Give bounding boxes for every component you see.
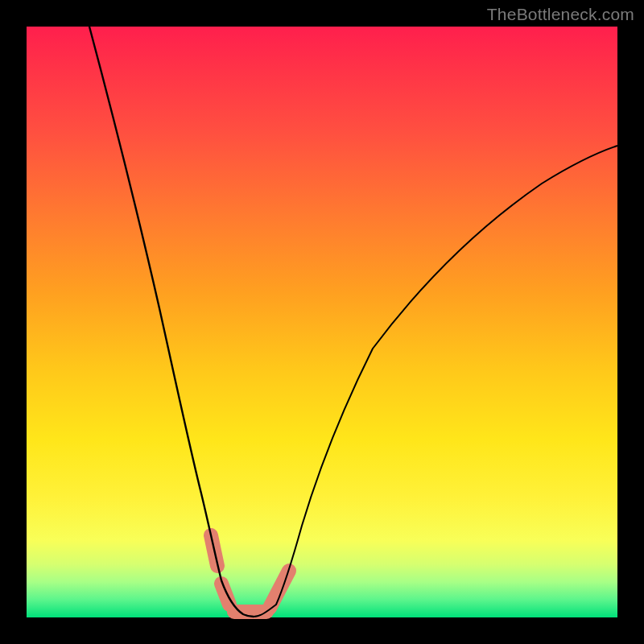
chart-svg	[27, 27, 617, 617]
curve-right-branch	[254, 146, 617, 617]
stage: TheBottleneck.com	[0, 0, 644, 644]
curve-left-branch	[89, 27, 254, 617]
watermark-text: TheBottleneck.com	[487, 5, 634, 24]
